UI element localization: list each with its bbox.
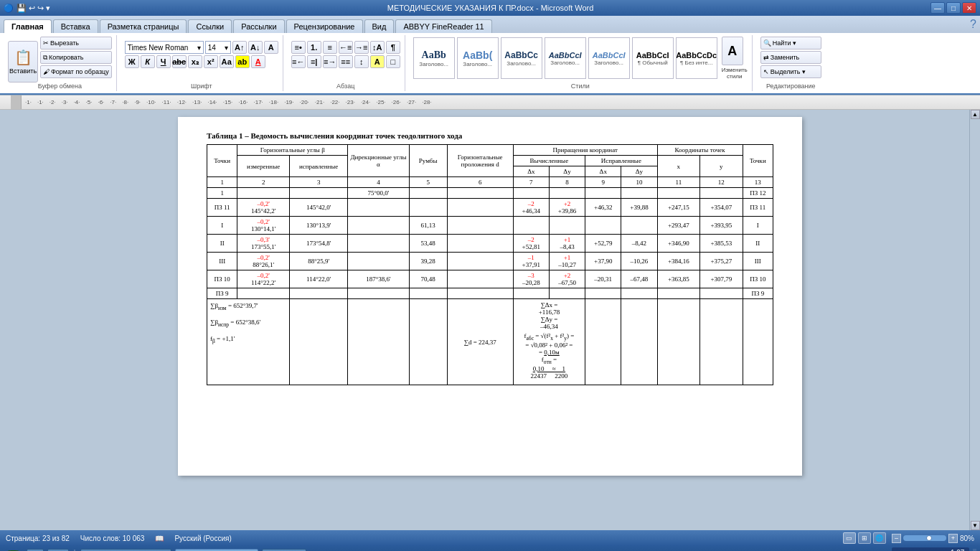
show-marks-button[interactable]: ¶ (386, 41, 400, 54)
row-III: III –0,2' 88°26,1' 88°25,9' 39,28 –1+37,… (207, 253, 773, 270)
II-dy-corr: +1 (564, 236, 571, 243)
col-num-4: 4 (348, 177, 409, 188)
bold-button[interactable]: Ж (125, 55, 139, 68)
window-title: МЕТОДИЧЕСКИЕ УКАЗАНИЯ К ПР.docx - Micros… (387, 4, 594, 12)
III-correction: –0,2' (257, 254, 269, 261)
superscript-button[interactable]: x² (204, 55, 218, 68)
tab-view[interactable]: Вид (364, 19, 395, 33)
decrease-font-button[interactable]: A↓ (248, 41, 263, 54)
tab-abbyy[interactable]: ABBYY FineReader 11 (395, 19, 491, 33)
zoom-in-button[interactable]: + (948, 534, 958, 543)
style-normal[interactable]: AaBbCcI ¶ Обычный (632, 37, 674, 79)
title-bar-left: 🔵 💾 ↩ ↪ ▾ (4, 4, 50, 13)
cell-pz9-point: ПЗ 9 (207, 288, 237, 299)
style-heading1[interactable]: AaBb Заголово... (413, 37, 455, 79)
view-buttons: ▭ ⊞ 🌐 (843, 532, 886, 544)
increase-font-button[interactable]: A↑ (232, 41, 247, 54)
numbered-list-button[interactable]: 1. (307, 41, 321, 54)
font-name-row: Times New Roman ▾ 14 ▾ A↑ A↓ A (125, 41, 278, 54)
replace-button[interactable]: ⇄ Заменить (760, 51, 821, 64)
bullet-list-button[interactable]: ≡• (291, 41, 306, 54)
right-scrollbar[interactable]: ▲ ▼ (969, 110, 980, 530)
cell-I-dir (348, 217, 409, 235)
col-num-6: 6 (447, 177, 513, 188)
multilevel-list-button[interactable]: ≡ (323, 41, 337, 54)
paragraph-label: Абзац (336, 83, 354, 90)
margin-bar (0, 110, 11, 530)
cell-II-dir (348, 235, 409, 253)
scroll-up-button[interactable]: ▲ (971, 110, 980, 119)
cell-pz10-dy-calc: +2–67,50 (549, 270, 585, 288)
cell-sum-d: ∑d = 224,37 (447, 299, 513, 385)
row-II: II –0,3' 173°55,1' 173°54,8' 53,48 –2+52… (207, 235, 773, 253)
tab-references[interactable]: Ссылки (188, 19, 232, 33)
status-right: ▭ ⊞ 🌐 – + 80% (843, 532, 974, 544)
replace-icon: ⇄ (763, 54, 769, 61)
align-right-button[interactable]: ≡→ (323, 55, 337, 68)
editing-label: Редактирование (766, 83, 816, 90)
maximize-button[interactable]: □ (946, 2, 961, 14)
copy-button[interactable]: ⧉ Копировать (40, 51, 112, 64)
clear-format-button[interactable]: A (264, 41, 278, 54)
style-no-spacing[interactable]: AaBbCcDc ¶ Без инте... (676, 37, 717, 79)
find-button[interactable]: 🔍 Найти ▾ (760, 37, 821, 50)
underline-button[interactable]: Ч (156, 55, 171, 68)
style-heading3[interactable]: AaBbCc Заголово... (501, 37, 542, 79)
shading-button[interactable]: A (370, 55, 385, 68)
justify-button[interactable]: ≡≡ (339, 55, 353, 68)
cell-III-d (447, 253, 513, 270)
help-icon[interactable]: ? (970, 18, 976, 33)
ribbon-tabs: Главная Вставка Разметка страницы Ссылки… (0, 16, 980, 33)
style-heading2[interactable]: AaBb( Заголово... (457, 37, 499, 79)
change-styles-button[interactable]: A (722, 37, 743, 65)
strikethrough-button[interactable]: аbc (172, 55, 187, 68)
styles-content: AaBb Заголово... AaBb( Заголово... AaBbC… (413, 37, 748, 88)
cell-pz12-dx-fix (585, 188, 621, 199)
close-button[interactable]: ✕ (962, 2, 976, 14)
align-left-button[interactable]: ≡← (291, 55, 306, 68)
font-color-button[interactable]: А (251, 55, 265, 68)
highlight-button[interactable]: ab (235, 55, 250, 68)
cell-II-rumby: 53,48 (409, 235, 447, 253)
border-button[interactable]: □ (386, 55, 400, 68)
header-direction: Дирекционные углы α (348, 145, 409, 177)
line-spacing-button[interactable]: ↕ (354, 55, 369, 68)
cell-pz12-last: ПЗ 12 (743, 188, 773, 199)
increase-indent-button[interactable]: →≡ (354, 41, 369, 54)
web-layout-button[interactable]: 🌐 (873, 532, 886, 544)
font-label: Шрифт (191, 83, 212, 90)
cut-button[interactable]: ✂ Вырезать (40, 37, 112, 50)
sum-dx-value: ∑Δx =+116,78 (516, 301, 583, 316)
formula-calc: = √0,08² + 0,06² = (516, 342, 583, 349)
case-button[interactable]: Аа (220, 55, 234, 68)
subscript-button[interactable]: x₂ (188, 55, 202, 68)
font-size-select[interactable]: 14 ▾ (205, 41, 231, 54)
style-heading5[interactable]: AaBbCcI Заголово... (588, 37, 630, 79)
cell-II-last: II (743, 235, 773, 253)
formula-fraction: 0,10 ≈ 1 (516, 365, 583, 372)
tab-page-layout[interactable]: Разметка страницы (100, 19, 187, 33)
align-center-button[interactable]: ≡| (307, 55, 321, 68)
minimize-button[interactable]: — (930, 2, 945, 14)
print-layout-button[interactable]: ▭ (843, 532, 856, 544)
tab-review[interactable]: Рецензирование (286, 19, 363, 33)
page-count: Страница: 23 из 82 (6, 534, 70, 542)
select-button[interactable]: ↖ Выделить ▾ (760, 65, 821, 78)
zoom-slider[interactable] (903, 535, 946, 541)
decrease-indent-button[interactable]: ←≡ (339, 41, 353, 54)
tab-insert[interactable]: Вставка (53, 19, 98, 33)
sort-button[interactable]: ↕A (370, 41, 385, 54)
font-name-select[interactable]: Times New Roman ▾ (125, 41, 204, 54)
scroll-down-button[interactable]: ▼ (971, 521, 980, 530)
document-scroll-area[interactable]: Таблица 1 – Ведомость вычисления координ… (11, 110, 969, 530)
ruler: ·1· ·1· ·2· ·3· ·4· ·5· ·6· ·7· ·8· ·9· … (0, 95, 980, 110)
italic-button[interactable]: К (141, 55, 155, 68)
format-painter-button[interactable]: 🖌 Формат по образцу (40, 65, 112, 78)
zoom-out-button[interactable]: – (892, 534, 901, 543)
header-increments: Приращения координат (513, 145, 657, 156)
full-screen-button[interactable]: ⊞ (858, 532, 871, 544)
tab-mailings[interactable]: Рассылки (233, 19, 284, 33)
tab-home[interactable]: Главная (4, 19, 52, 33)
paste-button[interactable]: 📋 Вставить (8, 41, 38, 83)
style-heading4[interactable]: AaBbCcI Заголово... (545, 37, 586, 79)
